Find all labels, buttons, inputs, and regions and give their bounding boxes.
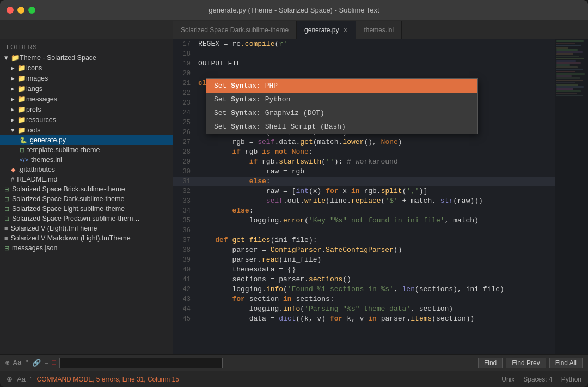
code-line-30: 30 raw = rgb: [173, 167, 588, 177]
file-json-icon: ⊞: [4, 245, 9, 252]
minimize-button[interactable]: [17, 7, 24, 14]
sidebar-item-messages[interactable]: ▸ 📁 messages: [0, 94, 173, 104]
syntax[interactable]: Python: [561, 376, 581, 383]
sidebar-item-template-theme[interactable]: ⊞ template.sublime-theme: [0, 145, 173, 155]
sidebar-item-generate-py[interactable]: 🐍 generate.py: [0, 135, 173, 145]
folder-collapsed-icon: ▸: [11, 116, 15, 124]
sidebar-item-gitattributes[interactable]: ◆ .gitattributes: [0, 165, 173, 174]
folder-icon-visual: 📁: [17, 84, 26, 93]
indentation[interactable]: Spaces: 4: [523, 376, 552, 383]
file-theme-icon: ⊞: [4, 186, 9, 193]
window-controls[interactable]: [7, 7, 35, 14]
link-icon[interactable]: 🔗: [32, 359, 41, 367]
window-title: generate.py (Theme - Solarized Space) - …: [209, 6, 379, 14]
autocomplete-dropdown: Set Syntax: PHP Set Syntax: Python Set S…: [206, 78, 478, 134]
sidebar-item-label: generate.py: [30, 136, 66, 144]
sidebar-item-prefs[interactable]: ▸ 📁 prefs: [0, 104, 173, 114]
code-line-36: 36: [173, 226, 588, 235]
folder-icon-visual: 📁: [17, 105, 26, 113]
find-icon: ⊕: [5, 359, 10, 367]
file-py-icon: 🐍: [20, 137, 27, 144]
tab-close-icon[interactable]: ✕: [343, 27, 348, 34]
list-icon[interactable]: ≡: [44, 359, 48, 367]
find-button[interactable]: Find: [478, 358, 503, 368]
quotes-icon[interactable]: ": [24, 359, 29, 367]
autocomplete-item-shell[interactable]: Set Syntax: Shell Script (Bash): [206, 120, 477, 134]
autocomplete-item-python[interactable]: Set Syntax: Python: [206, 93, 477, 106]
code-line-32: 32 raw = [int(x) for x in rgb.split(',')…: [173, 186, 588, 196]
sidebar-item-v-md-tm[interactable]: ≡ Solarized V Markdown (Light).tmTheme: [0, 233, 173, 243]
sidebar-item-label: template.sublime-theme: [27, 146, 100, 154]
folder-icon-visual: 📁: [17, 64, 26, 72]
sidebar-root-folder[interactable]: ▾ 📁 Theme - Solarized Space: [0, 52, 173, 63]
sidebar: FOLDERS ▾ 📁 Theme - Solarized Space ▸ 📁 …: [0, 39, 173, 354]
code-line-20: 20: [173, 69, 588, 78]
autocomplete-item-graphviz[interactable]: Set Syntax: Graphviz (DOT): [206, 106, 477, 120]
code-line-19: 19 OUTPUT_FIL: [173, 59, 588, 69]
code-line-17: 17 REGEX = re.compile(r': [173, 39, 588, 49]
folder-icon-visual: 📁: [17, 126, 26, 134]
sidebar-item-label: Solarized Space Dark.sublime-theme: [12, 195, 124, 203]
code-line-38: 38 parser = ConfigParser.SafeConfigParse…: [173, 245, 588, 255]
file-tm-icon: ≡: [4, 235, 8, 241]
sidebar-item-images[interactable]: ▸ 📁 images: [0, 73, 173, 83]
tab-label: Solarized Space Dark.sublime-theme: [181, 26, 289, 34]
sidebar-item-messages-json[interactable]: ⊞ messages.json: [0, 243, 173, 253]
main-layout: FOLDERS ▾ 📁 Theme - Solarized Space ▸ 📁 …: [0, 39, 588, 354]
sidebar-item-dark-theme[interactable]: ⊞ Solarized Space Dark.sublime-theme: [0, 194, 173, 204]
quote-icon[interactable]: ": [30, 375, 33, 383]
folder-open-icon: ▾: [4, 53, 8, 62]
sidebar-item-label: Solarized Space Light.sublime-theme: [12, 205, 125, 213]
sidebar-item-readme[interactable]: # README.md: [0, 174, 173, 184]
tab-themes-ini[interactable]: themes.ini: [356, 21, 402, 39]
code-line-28: 28 if rgb is not None:: [173, 147, 588, 157]
find-prev-button[interactable]: Find Prev: [506, 358, 546, 368]
sidebar-item-langs[interactable]: ▸ 📁 langs: [0, 83, 173, 94]
folder-collapsed-icon: ▸: [11, 84, 15, 93]
file-ini-icon: </>: [20, 156, 28, 163]
tab-generate[interactable]: generate.py ✕: [297, 21, 356, 39]
tab-dark-theme[interactable]: Solarized Space Dark.sublime-theme: [173, 21, 297, 39]
file-git-icon: ◆: [11, 166, 15, 173]
sidebar-item-label: langs: [26, 85, 42, 93]
folder-icon-visual: 📁: [17, 116, 26, 124]
sidebar-item-label: .gitattributes: [18, 166, 55, 173]
sidebar-item-resources[interactable]: ▸ 📁 resources: [0, 114, 173, 125]
code-line-29: 29 if rgb.startswith(''): # workaround: [173, 157, 588, 167]
find-all-button[interactable]: Find All: [549, 358, 583, 368]
statusbar: ⊕ Aa " COMMAND MODE, 5 errors, Line 31, …: [0, 371, 588, 387]
close-button[interactable]: [7, 7, 14, 14]
line-endings[interactable]: Unix: [501, 376, 514, 383]
add-icon[interactable]: ⊕: [7, 375, 13, 383]
rect-icon[interactable]: □: [52, 359, 56, 367]
find-input[interactable]: [59, 358, 223, 368]
tab-label: generate.py: [304, 26, 339, 34]
folder-open-icon: ▾: [11, 126, 15, 134]
code-line-31: 31 else:: [173, 177, 588, 186]
sidebar-item-v-light-tm[interactable]: ≡ Solarized V (Light).tmTheme: [0, 223, 173, 233]
sidebar-item-label: prefs: [26, 106, 41, 113]
folder-icon-visual: 📁: [11, 53, 20, 62]
sidebar-item-label: resources: [26, 116, 56, 124]
editor-area[interactable]: 17 REGEX = re.compile(r' 18 19 OUTPUT_FI…: [173, 39, 588, 354]
file-md-icon: #: [11, 176, 14, 183]
maximize-button[interactable]: [28, 7, 35, 14]
file-theme-icon: ⊞: [20, 147, 24, 154]
autocomplete-item-php[interactable]: Set Syntax: PHP: [206, 79, 477, 93]
aa-icon[interactable]: Aa: [13, 359, 22, 367]
status-right: Unix Spaces: 4 Python: [501, 376, 581, 383]
text-size-icon[interactable]: Aa: [17, 375, 26, 383]
code-line-18: 18: [173, 49, 588, 59]
file-theme-icon: ⊞: [4, 196, 9, 203]
sidebar-item-tools[interactable]: ▾ 📁 tools: [0, 125, 173, 135]
sidebar-item-light-theme[interactable]: ⊞ Solarized Space Light.sublime-theme: [0, 204, 173, 214]
sidebar-item-predawn-theme[interactable]: ⊞ Solarized Space Predawn.sublime-them…: [0, 214, 173, 223]
code-line-34: 34 else:: [173, 206, 588, 216]
sidebar-item-icons[interactable]: ▸ 📁 icons: [0, 63, 173, 73]
minimap[interactable]: [555, 39, 588, 354]
sidebar-item-themes-ini[interactable]: </> themes.ini: [0, 155, 173, 165]
sidebar-item-label: README.md: [17, 176, 57, 183]
file-theme-icon: ⊞: [4, 215, 9, 222]
sidebar-item-brick-theme[interactable]: ⊞ Solarized Space Brick.sublime-theme: [0, 184, 173, 194]
code-line-40: 40 themesdata = {}: [173, 265, 588, 275]
